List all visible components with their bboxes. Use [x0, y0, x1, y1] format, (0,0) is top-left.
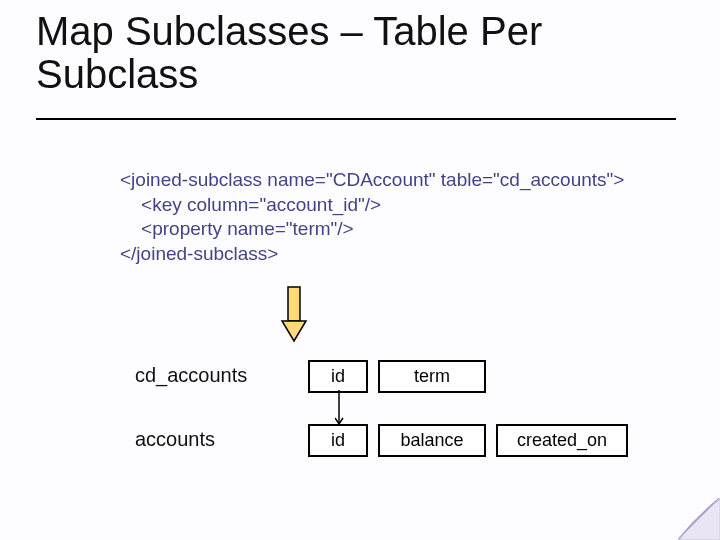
- title-underline: [36, 118, 676, 120]
- code-line-4: </joined-subclass>: [120, 243, 278, 264]
- code-snippet: <joined-subclass name="CDAccount" table=…: [120, 168, 680, 267]
- table-label-cd-accounts: cd_accounts: [135, 364, 247, 387]
- cd-accounts-row: id term: [308, 360, 486, 393]
- down-arrow-icon: [278, 285, 310, 347]
- slide: Map Subclasses – Table Per Subclass <joi…: [0, 0, 720, 540]
- page-title: Map Subclasses – Table Per Subclass: [36, 10, 676, 96]
- cell-cd-term: term: [378, 360, 486, 393]
- fk-link-icon: [335, 390, 347, 426]
- svg-rect-0: [288, 287, 300, 321]
- code-line-2: <key column="account_id"/>: [120, 194, 381, 215]
- table-label-accounts: accounts: [135, 428, 215, 451]
- cell-acct-id: id: [308, 424, 368, 457]
- svg-marker-1: [282, 321, 306, 341]
- cell-cd-id: id: [308, 360, 368, 393]
- code-line-3: <property name="term"/>: [120, 218, 354, 239]
- cell-acct-created-on: created_on: [496, 424, 628, 457]
- accounts-row: id balance created_on: [308, 424, 628, 457]
- page-curl-icon: [678, 498, 720, 540]
- cell-acct-balance: balance: [378, 424, 486, 457]
- code-line-1: <joined-subclass name="CDAccount" table=…: [120, 169, 624, 190]
